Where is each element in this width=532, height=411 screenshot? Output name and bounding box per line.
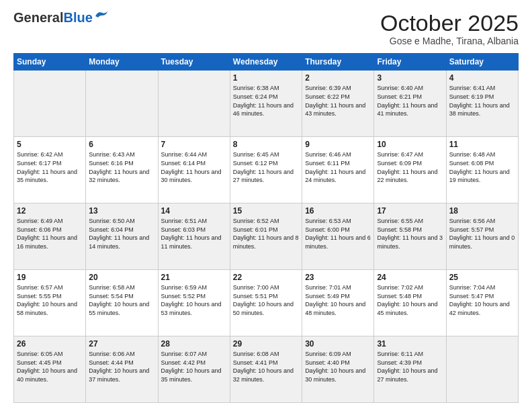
day-info: Sunrise: 6:06 AMSunset: 4:44 PMDaylight:… bbox=[89, 350, 154, 383]
col-saturday: Saturday bbox=[446, 54, 518, 71]
col-tuesday: Tuesday bbox=[158, 54, 230, 71]
table-row: 16Sunrise: 6:53 AMSunset: 6:00 PMDayligh… bbox=[302, 203, 374, 270]
day-info: Sunrise: 6:52 AMSunset: 6:01 PMDaylight:… bbox=[233, 217, 299, 250]
day-info: Sunrise: 6:05 AMSunset: 4:45 PMDaylight:… bbox=[17, 350, 83, 383]
table-row: 22Sunrise: 7:00 AMSunset: 5:51 PMDayligh… bbox=[230, 270, 302, 336]
page: GeneralBlue October 2025 Gose e Madhe, T… bbox=[0, 0, 532, 411]
day-number: 21 bbox=[161, 273, 227, 282]
day-info: Sunrise: 6:45 AMSunset: 6:12 PMDaylight:… bbox=[233, 150, 299, 184]
logo: GeneralBlue bbox=[13, 11, 109, 24]
day-number: 15 bbox=[233, 206, 299, 216]
logo-general-text: General bbox=[13, 10, 63, 25]
day-number: 31 bbox=[377, 339, 443, 349]
col-sunday: Sunday bbox=[14, 54, 86, 71]
day-info: Sunrise: 6:11 AMSunset: 4:39 PMDaylight:… bbox=[377, 350, 443, 383]
calendar-week-row: 19Sunrise: 6:57 AMSunset: 5:55 PMDayligh… bbox=[14, 270, 519, 336]
day-info: Sunrise: 6:46 AMSunset: 6:11 PMDaylight:… bbox=[305, 150, 371, 184]
day-info: Sunrise: 7:00 AMSunset: 5:51 PMDaylight:… bbox=[233, 283, 299, 317]
day-info: Sunrise: 6:40 AMSunset: 6:21 PMDaylight:… bbox=[377, 84, 443, 118]
day-info: Sunrise: 6:53 AMSunset: 6:00 PMDaylight:… bbox=[305, 217, 371, 250]
day-number: 14 bbox=[161, 206, 227, 216]
table-row bbox=[446, 336, 518, 403]
day-number: 2 bbox=[305, 73, 371, 83]
day-number: 27 bbox=[89, 339, 154, 349]
table-row: 12Sunrise: 6:49 AMSunset: 6:06 PMDayligh… bbox=[14, 203, 86, 270]
table-row: 15Sunrise: 6:52 AMSunset: 6:01 PMDayligh… bbox=[230, 203, 302, 270]
day-info: Sunrise: 6:56 AMSunset: 5:57 PMDaylight:… bbox=[449, 217, 515, 250]
day-number: 10 bbox=[377, 140, 443, 149]
day-number: 22 bbox=[233, 273, 299, 282]
day-number: 28 bbox=[161, 339, 227, 349]
day-number: 11 bbox=[449, 140, 515, 149]
day-number: 17 bbox=[377, 206, 443, 216]
day-info: Sunrise: 7:04 AMSunset: 5:47 PMDaylight:… bbox=[449, 283, 515, 317]
table-row: 14Sunrise: 6:51 AMSunset: 6:03 PMDayligh… bbox=[158, 203, 230, 270]
day-info: Sunrise: 6:08 AMSunset: 4:41 PMDaylight:… bbox=[233, 350, 299, 383]
table-row: 20Sunrise: 6:58 AMSunset: 5:54 PMDayligh… bbox=[86, 270, 158, 336]
day-number: 3 bbox=[377, 73, 443, 83]
table-row: 27Sunrise: 6:06 AMSunset: 4:44 PMDayligh… bbox=[86, 336, 158, 403]
day-info: Sunrise: 6:58 AMSunset: 5:54 PMDaylight:… bbox=[89, 283, 154, 317]
table-row: 23Sunrise: 7:01 AMSunset: 5:49 PMDayligh… bbox=[302, 270, 374, 336]
table-row bbox=[86, 71, 158, 137]
day-info: Sunrise: 6:57 AMSunset: 5:55 PMDaylight:… bbox=[17, 283, 83, 317]
header: GeneralBlue October 2025 Gose e Madhe, T… bbox=[13, 11, 519, 46]
day-info: Sunrise: 6:47 AMSunset: 6:09 PMDaylight:… bbox=[377, 150, 443, 184]
table-row bbox=[158, 71, 230, 137]
col-friday: Friday bbox=[374, 54, 446, 71]
table-row: 1Sunrise: 6:38 AMSunset: 6:24 PMDaylight… bbox=[230, 71, 302, 137]
title-block: October 2025 Gose e Madhe, Tirana, Alban… bbox=[380, 11, 519, 46]
table-row bbox=[14, 71, 86, 137]
table-row: 31Sunrise: 6:11 AMSunset: 4:39 PMDayligh… bbox=[374, 336, 446, 403]
bird-icon bbox=[94, 11, 109, 21]
day-number: 1 bbox=[233, 73, 299, 83]
table-row: 17Sunrise: 6:55 AMSunset: 5:58 PMDayligh… bbox=[374, 203, 446, 270]
table-row: 25Sunrise: 7:04 AMSunset: 5:47 PMDayligh… bbox=[446, 270, 518, 336]
table-row: 6Sunrise: 6:43 AMSunset: 6:16 PMDaylight… bbox=[86, 137, 158, 203]
day-info: Sunrise: 6:44 AMSunset: 6:14 PMDaylight:… bbox=[161, 150, 227, 184]
day-number: 13 bbox=[89, 206, 154, 216]
table-row: 30Sunrise: 6:09 AMSunset: 4:40 PMDayligh… bbox=[302, 336, 374, 403]
day-info: Sunrise: 6:43 AMSunset: 6:16 PMDaylight:… bbox=[89, 150, 154, 184]
calendar-week-row: 12Sunrise: 6:49 AMSunset: 6:06 PMDayligh… bbox=[14, 203, 519, 270]
table-row: 3Sunrise: 6:40 AMSunset: 6:21 PMDaylight… bbox=[374, 71, 446, 137]
day-number: 29 bbox=[233, 339, 299, 349]
table-row: 9Sunrise: 6:46 AMSunset: 6:11 PMDaylight… bbox=[302, 137, 374, 203]
day-number: 9 bbox=[305, 140, 371, 149]
col-wednesday: Wednesday bbox=[230, 54, 302, 71]
day-number: 30 bbox=[305, 339, 371, 349]
table-row: 19Sunrise: 6:57 AMSunset: 5:55 PMDayligh… bbox=[14, 270, 86, 336]
day-info: Sunrise: 6:48 AMSunset: 6:08 PMDaylight:… bbox=[449, 150, 515, 184]
table-row: 28Sunrise: 6:07 AMSunset: 4:42 PMDayligh… bbox=[158, 336, 230, 403]
day-number: 23 bbox=[305, 273, 371, 282]
table-row: 26Sunrise: 6:05 AMSunset: 4:45 PMDayligh… bbox=[14, 336, 86, 403]
day-number: 16 bbox=[305, 206, 371, 216]
table-row: 10Sunrise: 6:47 AMSunset: 6:09 PMDayligh… bbox=[374, 137, 446, 203]
day-info: Sunrise: 7:01 AMSunset: 5:49 PMDaylight:… bbox=[305, 283, 371, 317]
day-number: 7 bbox=[161, 140, 227, 149]
table-row: 29Sunrise: 6:08 AMSunset: 4:41 PMDayligh… bbox=[230, 336, 302, 403]
day-info: Sunrise: 6:42 AMSunset: 6:17 PMDaylight:… bbox=[17, 150, 83, 184]
day-info: Sunrise: 6:51 AMSunset: 6:03 PMDaylight:… bbox=[161, 217, 227, 250]
day-info: Sunrise: 6:39 AMSunset: 6:22 PMDaylight:… bbox=[305, 84, 371, 118]
day-info: Sunrise: 6:50 AMSunset: 6:04 PMDaylight:… bbox=[89, 217, 154, 250]
table-row: 21Sunrise: 6:59 AMSunset: 5:52 PMDayligh… bbox=[158, 270, 230, 336]
day-info: Sunrise: 6:09 AMSunset: 4:40 PMDaylight:… bbox=[305, 350, 371, 383]
day-info: Sunrise: 6:07 AMSunset: 4:42 PMDaylight:… bbox=[161, 350, 227, 383]
table-row: 7Sunrise: 6:44 AMSunset: 6:14 PMDaylight… bbox=[158, 137, 230, 203]
table-row: 11Sunrise: 6:48 AMSunset: 6:08 PMDayligh… bbox=[446, 137, 518, 203]
day-number: 24 bbox=[377, 273, 443, 282]
day-info: Sunrise: 7:02 AMSunset: 5:48 PMDaylight:… bbox=[377, 283, 443, 317]
day-number: 6 bbox=[89, 140, 154, 149]
col-monday: Monday bbox=[86, 54, 158, 71]
month-title: October 2025 bbox=[380, 11, 519, 36]
day-info: Sunrise: 6:59 AMSunset: 5:52 PMDaylight:… bbox=[161, 283, 227, 317]
calendar-header-row: Sunday Monday Tuesday Wednesday Thursday… bbox=[14, 54, 519, 71]
table-row: 4Sunrise: 6:41 AMSunset: 6:19 PMDaylight… bbox=[446, 71, 518, 137]
day-info: Sunrise: 6:38 AMSunset: 6:24 PMDaylight:… bbox=[233, 84, 299, 118]
calendar-week-row: 1Sunrise: 6:38 AMSunset: 6:24 PMDaylight… bbox=[14, 71, 519, 137]
col-thursday: Thursday bbox=[302, 54, 374, 71]
day-number: 5 bbox=[17, 140, 83, 149]
calendar-week-row: 5Sunrise: 6:42 AMSunset: 6:17 PMDaylight… bbox=[14, 137, 519, 203]
day-number: 8 bbox=[233, 140, 299, 149]
